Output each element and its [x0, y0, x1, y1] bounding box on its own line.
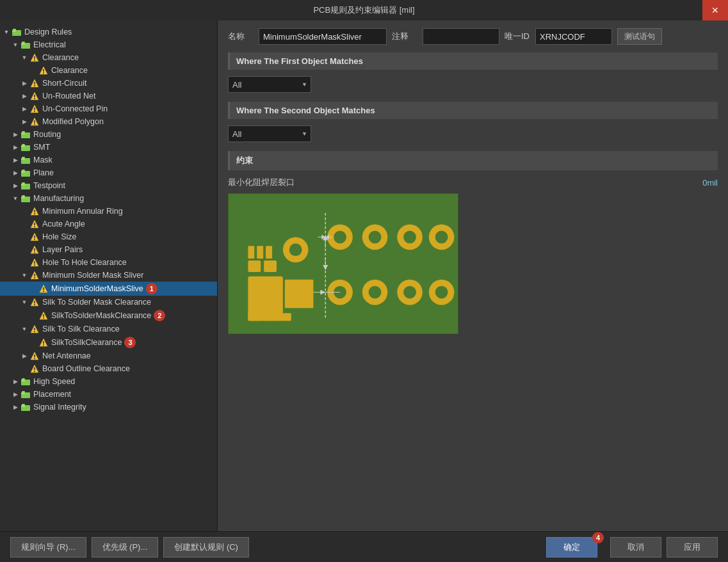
tree-item-mask[interactable]: Mask	[0, 154, 217, 166]
rule-icon-net-antennae	[29, 351, 40, 361]
rule-icon-modified-polygon	[29, 116, 40, 127]
left-panel: Design RulesElectricalClearanceClearance…	[0, 20, 218, 531]
svg-rect-127	[285, 280, 314, 309]
svg-point-74	[43, 344, 44, 346]
tree-label-modified-polygon: Modified Polygon	[42, 117, 104, 126]
cancel-btn[interactable]: 取消	[610, 537, 661, 558]
svg-rect-5	[22, 42, 25, 43]
where-second-header: Where The Second Object Matches	[228, 102, 718, 119]
tree-label-hole-to-hole: Hole To Hole Clearance	[42, 258, 127, 267]
second-select-wrapper: All	[228, 125, 311, 142]
tree-item-min-solder-mask[interactable]: Minimum Solder Mask Sliver	[0, 269, 217, 282]
tree-item-hole-size[interactable]: Hole Size	[0, 230, 217, 243]
svg-rect-26	[22, 131, 25, 132]
constraint-label: 最小化阻焊层裂口	[228, 177, 674, 188]
tree-item-plane[interactable]: Plane	[0, 166, 217, 179]
first-select-wrapper: All	[228, 76, 311, 93]
first-select[interactable]: All	[228, 76, 311, 93]
tree-item-testpoint[interactable]: Testpoint	[0, 179, 217, 192]
svg-rect-32	[22, 157, 25, 158]
tree-item-clearance-group[interactable]: Clearance	[0, 51, 217, 64]
tree-label-un-routed-net: Un-Routed Net	[42, 92, 95, 100]
tree-label-signal-integrity: Signal Integrity	[33, 403, 86, 412]
pcb-svg	[229, 194, 458, 333]
bottom-left-buttons: 规则向导 (R)... 优先级 (P)... 创建默认规则 (C)	[10, 537, 249, 558]
tree-label-silk-to-silk-sub: SilkToSilkClearance	[51, 338, 122, 347]
tree-label-min-annular-ring: Minimum Annular Ring	[42, 207, 123, 216]
svg-rect-82	[21, 380, 25, 381]
rule-wizard-btn[interactable]: 规则向导 (R)...	[10, 537, 86, 558]
tree-item-clearance-item[interactable]: Clearance	[0, 64, 217, 77]
rule-icon-board-outline	[29, 364, 40, 374]
test-btn[interactable]: 测试语句	[617, 28, 662, 45]
svg-point-71	[34, 331, 35, 332]
tree-item-hole-to-hole[interactable]: Hole To Hole Clearance	[0, 256, 217, 269]
tree-item-min-annular-ring[interactable]: Minimum Annular Ring	[0, 205, 217, 218]
rule-sub-icon-min-solder-mask-sub	[38, 284, 49, 294]
tree-item-smt[interactable]: SMT	[0, 141, 217, 154]
svg-rect-88	[21, 405, 25, 407]
tree-item-un-routed-net[interactable]: Un-Routed Net	[0, 90, 217, 102]
tree-item-short-circuit[interactable]: Short-Circuit	[0, 77, 217, 90]
tree-item-modified-polygon[interactable]: Modified Polygon	[0, 115, 217, 128]
svg-point-11	[43, 72, 44, 74]
folder-icon-smt	[20, 142, 31, 152]
constraint-header: 约束	[228, 151, 718, 170]
rule-sub-icon-clearance-item	[38, 65, 49, 76]
svg-rect-1	[12, 30, 16, 32]
second-select[interactable]: All	[228, 125, 311, 142]
rule-sub-icon-silk-to-solder-sub	[38, 310, 49, 321]
svg-point-56	[34, 264, 35, 266]
tree-item-signal-integrity[interactable]: Signal Integrity	[0, 401, 217, 413]
svg-rect-41	[22, 195, 25, 197]
svg-rect-86	[22, 391, 25, 392]
tree-item-silk-to-solder-sub[interactable]: SilkToSolderMaskClearance2	[0, 309, 217, 323]
tree-item-design-rules[interactable]: Design Rules	[0, 26, 217, 38]
tree-item-high-speed[interactable]: High Speed	[0, 375, 217, 388]
tree-label-placement: Placement	[33, 390, 71, 399]
ok-btn[interactable]: 确定	[546, 537, 597, 558]
tree-item-electrical[interactable]: Electrical	[0, 38, 217, 51]
tree-item-silk-to-solder[interactable]: Silk To Solder Mask Clearance	[0, 296, 217, 309]
id-input[interactable]	[535, 28, 612, 45]
tree-item-layer-pairs[interactable]: Layer Pairs	[0, 243, 217, 256]
constraint-value: 0mil	[679, 178, 718, 188]
svg-point-14	[34, 85, 35, 86]
svg-point-59	[34, 277, 35, 278]
folder-icon-plane	[20, 168, 31, 178]
svg-point-80	[34, 371, 35, 372]
tree-item-board-outline[interactable]: Board Outline Clearance	[0, 362, 217, 375]
tree-item-min-solder-mask-sub[interactable]: MinimumSolderMaskSlive1	[0, 282, 217, 296]
svg-point-104	[403, 230, 416, 243]
svg-rect-38	[22, 182, 25, 184]
tree-label-silk-to-solder-sub: SilkToSolderMaskClearance	[51, 311, 151, 320]
folder-icon-testpoint	[20, 181, 31, 191]
svg-rect-130	[279, 313, 291, 321]
comment-input[interactable]	[423, 28, 499, 45]
tree-item-net-antennae[interactable]: Net Antennae	[0, 349, 217, 362]
default-rules-btn[interactable]: 创建默认规则 (C)	[163, 537, 249, 558]
svg-point-114	[435, 286, 448, 299]
tree-item-routing[interactable]: Routing	[0, 128, 217, 141]
folder-icon-manufacturing	[20, 193, 31, 204]
tree-item-placement[interactable]: Placement	[0, 388, 217, 401]
tree-item-manufacturing[interactable]: Manufacturing	[0, 192, 217, 205]
tree-item-silk-to-silk[interactable]: Silk To Silk Clearance	[0, 323, 217, 335]
tree-label-routing: Routing	[33, 130, 61, 139]
tree-item-un-connected-pin[interactable]: Un-Connected Pin	[0, 102, 217, 115]
tree-item-silk-to-silk-sub[interactable]: SilkToSilkClearance3	[0, 335, 217, 349]
svg-rect-28	[21, 145, 25, 147]
svg-point-23	[34, 124, 35, 125]
rule-icon-hole-size	[29, 232, 40, 242]
close-button[interactable]: ✕	[702, 0, 728, 20]
folder-icon-mask	[20, 155, 31, 165]
apply-btn[interactable]: 应用	[667, 537, 718, 558]
tree-item-acute-angle[interactable]: Acute Angle	[0, 218, 217, 230]
priority-btn[interactable]: 优先级 (P)...	[92, 537, 159, 558]
tree-label-plane: Plane	[33, 168, 54, 177]
name-input[interactable]	[259, 28, 387, 45]
rule-icon-short-circuit	[29, 78, 40, 88]
tree-label-smt: SMT	[33, 143, 50, 152]
tree-label-silk-to-silk: Silk To Silk Clearance	[42, 325, 120, 333]
folder-icon-electrical	[20, 40, 31, 50]
